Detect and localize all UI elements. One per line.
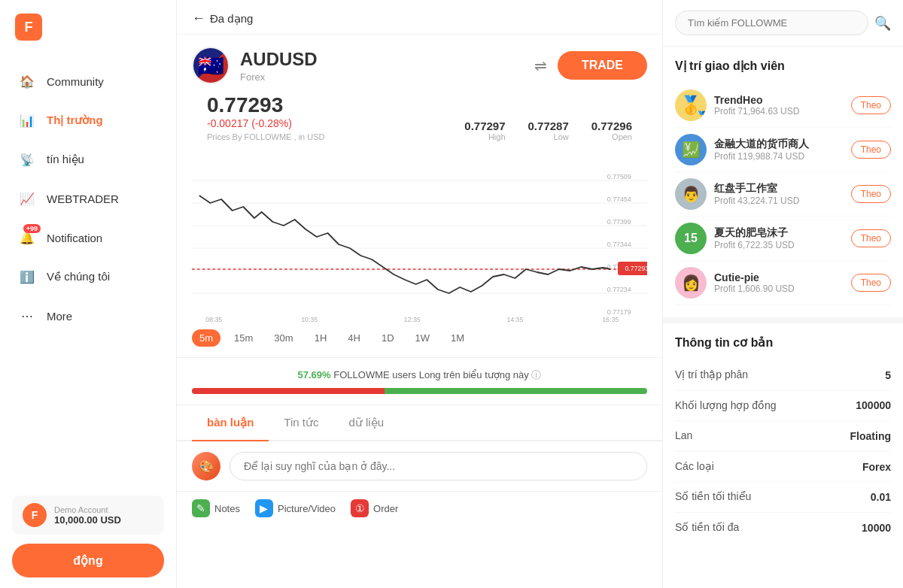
low-value: 0.77287 <box>528 120 569 132</box>
sidebar-item-label: Community <box>47 75 104 88</box>
open-label: Open <box>591 132 632 141</box>
trader-name: Cutie-pie <box>714 271 844 283</box>
trader-trendheo: 🥇 TrendHeo Profit 71,964.63 USD Theo <box>675 83 891 128</box>
svg-text:10:35: 10:35 <box>301 316 318 323</box>
chart-timeframes: 5m 15m 30m 1H 4H 1D 1W 1M <box>177 323 662 357</box>
dong-button[interactable]: động <box>12 544 164 577</box>
prices-by: Prices By FOLLOWME , in USD <box>207 132 324 141</box>
svg-text:16:35: 16:35 <box>602 316 619 323</box>
tab-du-lieu[interactable]: dữ liệu <box>333 405 399 440</box>
trade-button[interactable]: TRADE <box>558 51 647 80</box>
info-label-min: Số tiền tối thiểu <box>675 489 751 505</box>
theo-button-hongpan[interactable]: Theo <box>851 185 891 203</box>
comment-input[interactable] <box>230 452 647 480</box>
sentiment-pct: 57.69% <box>298 369 331 380</box>
trader-hongpan: 👨 红盘手工作室 Profit 43,224.71 USD Theo <box>675 172 891 217</box>
trader-cutie-pie: 👩 Cutie-pie Profit 1,606.90 USD Theo <box>675 261 891 305</box>
chart-header: ← Đa dạng <box>177 0 662 35</box>
svg-text:0.77454: 0.77454 <box>607 195 631 203</box>
info-row-loai: Các loại Forex <box>675 452 891 483</box>
tf-15m[interactable]: 15m <box>227 329 260 347</box>
sidebar-item-label: More <box>47 310 72 323</box>
tf-1w[interactable]: 1W <box>408 329 438 347</box>
search-icon[interactable]: 🔍 <box>874 15 891 32</box>
basic-info-section: Thông tin cơ bản Vị trí thập phân 5 Khối… <box>663 317 903 555</box>
info-row-lan: Lan Floating <box>675 421 891 452</box>
sidebar-item-webtrader[interactable]: 📈 WEBTRADER <box>0 179 176 218</box>
tf-5m[interactable]: 5m <box>192 329 220 347</box>
thi-truong-icon: 📊 <box>18 111 36 129</box>
sentiment-bar <box>192 388 647 394</box>
theo-button-jinrong[interactable]: Theo <box>851 141 891 159</box>
comment-avatar: 🎨 <box>192 452 220 480</box>
svg-text:0.77293: 0.77293 <box>625 265 647 272</box>
basic-info-title: Thông tin cơ bản <box>675 335 891 350</box>
sidebar-item-label: tín hiệu <box>47 153 84 166</box>
tf-4h[interactable]: 4H <box>340 329 368 347</box>
price-change: -0.00217 (-0.28%) <box>207 117 324 129</box>
tf-1m[interactable]: 1M <box>443 329 472 347</box>
toolbar-notes[interactable]: ✎ Notes <box>192 499 240 517</box>
info-value-decimal: 5 <box>885 369 891 381</box>
sentiment-info-icon: ⓘ <box>531 369 541 380</box>
sidebar-item-community[interactable]: 🏠 Community <box>0 62 176 101</box>
price-stat-low: 0.77287 Low <box>528 120 569 141</box>
notification-badge: +99 <box>23 224 41 233</box>
high-value: 0.77297 <box>464 120 505 132</box>
notes-label: Notes <box>214 503 240 514</box>
current-price-wrap: 0.77293 -0.00217 (-0.28%) Prices By FOLL… <box>207 93 324 141</box>
info-row-min: Số tiền tối thiểu 0.01 <box>675 482 891 513</box>
sidebar-item-more[interactable]: ⋯ More <box>0 296 176 335</box>
svg-text:0.77509: 0.77509 <box>607 173 631 180</box>
trader-jinrong: 💹 金融大道的货币商人 Profit 119,988.74 USD Theo <box>675 128 891 172</box>
toolbar-order[interactable]: ① Order <box>351 499 398 517</box>
bottom-toolbar: ✎ Notes ▶ Picture/Video ① Order <box>177 491 662 525</box>
symbol-name-wrap: AUDUSD Forex <box>240 49 318 83</box>
tab-ban-luan[interactable]: bàn luận <box>192 405 269 440</box>
back-button[interactable]: ← Đa dạng <box>192 11 253 26</box>
theo-button-xiatian[interactable]: Theo <box>851 229 891 247</box>
trader-profit: Profit 6,722.35 USD <box>714 240 844 250</box>
sidebar-item-notification[interactable]: 🔔 +99 Notification <box>0 218 176 257</box>
sidebar-item-label: Về chúng tôi <box>47 270 110 283</box>
symbol-info: 🇦🇺 AUDUSD Forex <box>192 47 318 84</box>
info-row-decimal: Vị trí thập phân 5 <box>675 360 891 391</box>
sentiment-section: 57.69% FOLLOWME users Long trên biểu tượ… <box>177 357 662 405</box>
sidebar-item-label: Thị trường <box>47 114 103 127</box>
sidebar-item-ve-chung-toi[interactable]: ℹ️ Về chúng tôi <box>0 257 176 296</box>
search-input[interactable] <box>675 11 868 35</box>
right-panel: 🔍 Vị trí giao dịch viên 🥇 TrendHeo Profi… <box>662 0 903 588</box>
tf-30m[interactable]: 30m <box>266 329 300 347</box>
trader-avatar-trendheo: 🥇 <box>675 89 707 121</box>
trader-info-jinrong: 金融大道的货币商人 Profit 119,988.74 USD <box>714 138 844 162</box>
trader-avatar-xiatian: 15 <box>675 223 707 254</box>
sidebar-item-thi-truong[interactable]: 📊 Thị trường <box>0 101 176 140</box>
sidebar-item-label: WEBTRADER <box>47 192 119 205</box>
toolbar-picture-video[interactable]: ▶ Picture/Video <box>255 499 336 517</box>
symbol-top: 🇦🇺 AUDUSD Forex ⇌ TRADE <box>192 47 647 84</box>
sentiment-text: 57.69% FOLLOWME users Long trên biểu tượ… <box>192 368 647 382</box>
picture-video-label: Picture/Video <box>278 503 336 514</box>
tf-1d[interactable]: 1D <box>374 329 402 347</box>
notification-icon: 🔔 +99 <box>18 229 36 247</box>
info-row-max: Số tiền tối đa 10000 <box>675 513 891 543</box>
tin-hieu-icon: 📡 <box>18 150 36 168</box>
bar-long <box>385 388 647 394</box>
trader-info-cutie-pie: Cutie-pie Profit 1,606.90 USD <box>714 271 844 294</box>
sidebar-item-label: Notification <box>47 232 102 244</box>
tab-tin-tuc[interactable]: Tin tức <box>269 405 333 440</box>
comment-section: 🎨 <box>177 441 662 491</box>
info-label-max: Số tiền tối đa <box>675 520 739 535</box>
tf-1h[interactable]: 1H <box>307 329 335 347</box>
sidebar-nav: 🏠 Community 📊 Thị trường 📡 tín hiệu 📈 WE… <box>0 54 176 485</box>
trader-avatar-jinrong: 💹 <box>675 134 707 165</box>
theo-button-cutie-pie[interactable]: Theo <box>851 274 891 292</box>
info-label-decimal: Vị trí thập phân <box>675 368 748 383</box>
traders-title: Vị trí giao dịch viên <box>675 59 891 73</box>
sidebar-item-tin-hieu[interactable]: 📡 tín hiệu <box>0 140 176 179</box>
theo-button-trendheo[interactable]: Theo <box>851 96 891 114</box>
svg-text:0.77234: 0.77234 <box>607 286 631 293</box>
settings-icon[interactable]: ⇌ <box>534 56 547 74</box>
demo-account[interactable]: F Demo Account 10,000.00 USD <box>12 496 164 535</box>
trader-name: TrendHeo <box>714 94 844 106</box>
